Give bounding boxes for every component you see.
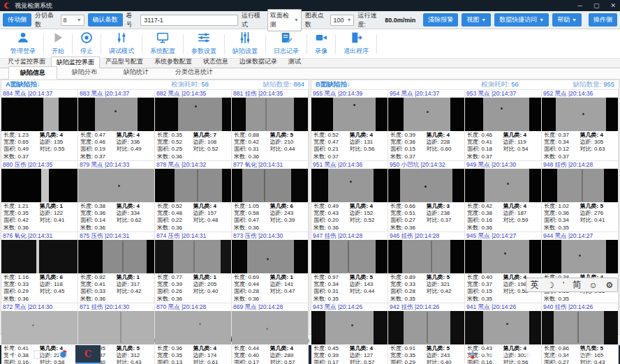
defect-cell[interactable]: 880 压伤 |20:14:35 长度: 1.21宽度: 0.35面积: 0.4… bbox=[1, 161, 78, 232]
defect-cell[interactable]: 943 黑点 |20:14:26 长度: 0.45宽度: 0.39面积: 0.1… bbox=[311, 303, 388, 364]
minimize-button[interactable]: ─ bbox=[578, 2, 582, 9]
defect-image[interactable] bbox=[155, 98, 231, 131]
weather-text[interactable]: 气温下降 bbox=[482, 350, 507, 359]
ime-item-5[interactable]: ⚙ bbox=[605, 280, 613, 290]
defect-cell[interactable]: 944 黑点 |20:14:27 长度: 0.38宽度: 0.35面积: 0.1… bbox=[542, 232, 619, 303]
defect-image[interactable] bbox=[465, 98, 541, 131]
browser-app-button[interactable] bbox=[50, 345, 75, 364]
defect-image[interactable] bbox=[388, 311, 464, 344]
defect-cell[interactable]: 874 压伤 |20:14:31 长度: 0.77宽度: 0.39面积: 0.2… bbox=[155, 232, 232, 303]
admin-login-button[interactable]: 管理登录 bbox=[4, 30, 42, 57]
defect-image[interactable] bbox=[465, 240, 541, 273]
drive-side-button[interactable]: 传动侧 bbox=[3, 13, 31, 26]
defect-image[interactable] bbox=[78, 98, 154, 131]
defect-image[interactable] bbox=[1, 169, 78, 202]
defect-cell[interactable]: 869 黑点 |20:14:28 长度: 0.44宽度: 0.40面积: 0.1… bbox=[232, 303, 309, 364]
run-mode-select[interactable]: 双面检测▼ bbox=[267, 9, 302, 31]
speaker-icon[interactable] bbox=[524, 351, 532, 358]
language-indicator[interactable]: 英 bbox=[538, 350, 545, 359]
ime-item-1[interactable]: ☽ bbox=[547, 280, 554, 290]
defect-cell[interactable]: 882 黑点 |20:14:35 长度: 0.35宽度: 0.52面积: 0.2… bbox=[155, 90, 232, 161]
defect-image[interactable] bbox=[1, 311, 78, 344]
defect-image[interactable] bbox=[311, 311, 388, 344]
defect-cell[interactable]: 949 黑点 |20:14:30 长度: 0.42宽度: 0.38面积: 0.1… bbox=[465, 161, 542, 232]
defect-image[interactable] bbox=[311, 169, 388, 202]
system-config-button[interactable]: 系统配置 bbox=[144, 30, 182, 57]
defect-cell[interactable]: 883 黑点 |20:14:37 长度: 0.47宽度: 0.46面积: 0.1… bbox=[78, 90, 155, 161]
stop-button[interactable]: 停止 bbox=[74, 30, 99, 57]
defect-image[interactable] bbox=[542, 98, 618, 131]
defect-cell[interactable]: 951 黑点 |20:14:36 长度: 0.49宽度: 0.43面积: 0.2… bbox=[311, 161, 388, 232]
defect-cell[interactable]: 952 黑点 |20:14:36 长度: 0.37宽度: 0.34面积: 0.1… bbox=[542, 90, 619, 161]
defect-image[interactable] bbox=[78, 240, 154, 273]
tray-expand-icon[interactable]: ∧ bbox=[513, 351, 518, 358]
defect-cell[interactable]: 950 小凹坑 |20:14:32 长度: 0.66宽度: 0.51面积: 0.… bbox=[388, 161, 465, 232]
confirm-count-button[interactable]: 确认条数 bbox=[88, 13, 123, 26]
defect-cell[interactable]: 875 压伤 |20:14:31 长度: 0.92宽度: 0.41面积: 0.3… bbox=[78, 232, 155, 303]
defect-image[interactable] bbox=[78, 169, 154, 202]
defect-image[interactable] bbox=[542, 240, 618, 273]
main-tab-5[interactable]: 边缘数据记录 bbox=[234, 56, 283, 68]
defect-cell[interactable]: 879 黑点 |20:14:33 长度: 0.38宽度: 0.36面积: 0.1… bbox=[78, 161, 155, 232]
defect-image[interactable] bbox=[388, 240, 464, 273]
quick-access-menu-button[interactable]: 数据快捷访问▼ bbox=[494, 13, 549, 26]
defect-image[interactable] bbox=[465, 169, 541, 202]
defect-image[interactable] bbox=[155, 169, 231, 202]
clock[interactable]: 20:14 2025/2/10 bbox=[566, 348, 593, 362]
defect-cell[interactable]: 954 黑点 |20:14:37 长度: 0.39宽度: 0.36面积: 0.1… bbox=[388, 90, 465, 161]
defect-cell[interactable]: 946 挂伤 |20:14:28 长度: 0.89宽度: 0.33面积: 0.2… bbox=[388, 232, 465, 303]
defect-cell[interactable]: 870 黑点 |20:14:28 长度: 0.36宽度: 0.35面积: 0.1… bbox=[155, 303, 232, 364]
defect-settings-button[interactable]: 缺陷设置 bbox=[226, 30, 264, 57]
defect-cell[interactable]: 945 黑点 |20:14:27 长度: 0.40宽度: 0.37面积: 0.1… bbox=[465, 232, 542, 303]
defect-image[interactable] bbox=[542, 311, 618, 344]
defect-image[interactable] bbox=[78, 311, 154, 344]
defect-image[interactable] bbox=[155, 311, 231, 344]
panel-title[interactable]: B面缺陷拍↓ bbox=[316, 80, 481, 89]
defect-cell[interactable]: 942 挂伤 |20:14:26 长度: 0.91宽度: 0.35面积: 0.2… bbox=[388, 303, 465, 364]
defect-image[interactable] bbox=[232, 311, 308, 344]
sub-tab-3[interactable]: 分类信息统计 bbox=[163, 66, 225, 79]
defect-cell[interactable]: 953 黑点 |20:14:37 长度: 0.46宽度: 0.41面积: 0.1… bbox=[465, 90, 542, 161]
slit-count-select[interactable]: 8▼ bbox=[61, 15, 84, 26]
notification-icon[interactable] bbox=[599, 351, 607, 359]
operate-side-button[interactable]: 操作侧 bbox=[589, 13, 617, 26]
defect-image[interactable] bbox=[232, 169, 308, 202]
defect-image[interactable] bbox=[311, 98, 388, 131]
vision-app-button[interactable]: C bbox=[75, 345, 101, 364]
defect-image[interactable] bbox=[1, 240, 78, 273]
start-button[interactable]: 开始 bbox=[45, 30, 71, 57]
defect-image[interactable] bbox=[232, 98, 308, 131]
panel-title[interactable]: A面缺陷拍↓ bbox=[6, 80, 171, 89]
close-button[interactable]: ✕ bbox=[610, 2, 616, 9]
defect-cell[interactable]: 878 黑点 |20:14:32 长度: 0.52宽度: 0.48面积: 0.2… bbox=[155, 161, 232, 232]
defect-image[interactable] bbox=[388, 169, 464, 202]
defect-cell[interactable]: 948 挂伤 |20:14:28 长度: 1.02宽度: 0.36面积: 0.3… bbox=[542, 161, 619, 232]
ime-item-0[interactable]: 英 bbox=[531, 279, 539, 291]
defect-cell[interactable]: 881 挂伤 |20:14:35 长度: 0.88宽度: 0.42面积: 0.3… bbox=[232, 90, 309, 161]
view-menu-button[interactable]: 视图▼ bbox=[462, 13, 491, 26]
param-settings-button[interactable]: 参数设置 bbox=[185, 30, 223, 57]
help-menu-button[interactable]: 帮助▼ bbox=[552, 13, 582, 26]
defect-cell[interactable]: 873 压伤 |20:14:30 长度: 0.69宽度: 0.44面积: 0.2… bbox=[232, 232, 309, 303]
defect-image[interactable] bbox=[311, 240, 388, 273]
sub-tab-2[interactable]: 缺陷统计 bbox=[112, 66, 161, 79]
sub-tab-0[interactable]: 缺陷信息 bbox=[8, 66, 57, 79]
defect-image[interactable] bbox=[542, 169, 618, 202]
exit-program-button[interactable]: 退出程序 bbox=[337, 30, 375, 57]
defect-image[interactable] bbox=[1, 98, 78, 131]
ime-item-2[interactable]: ’ bbox=[563, 280, 565, 290]
sub-tab-1[interactable]: 缺陷分布 bbox=[60, 66, 109, 79]
ime-item-3[interactable]: 简 bbox=[573, 279, 581, 291]
defect-cell[interactable]: 877 氧化 |20:14:31 长度: 1.05宽度: 0.58面积: 0.4… bbox=[232, 161, 309, 232]
debug-mode-button[interactable]: 调试模式 bbox=[103, 30, 140, 57]
roll-number-input[interactable]: 3117-1 bbox=[140, 15, 238, 26]
defect-cell[interactable]: 876 氧化 |20:14:31 长度: 1.16宽度: 0.33面积: 0.2… bbox=[1, 232, 78, 303]
defect-image[interactable] bbox=[388, 98, 464, 131]
record-video-button[interactable]: 录像 bbox=[309, 30, 334, 57]
chart-points-select[interactable]: 100▼ bbox=[330, 15, 354, 26]
log-record-button[interactable]: 日志记录 bbox=[267, 30, 305, 57]
task-view-button[interactable] bbox=[25, 345, 50, 364]
clear-alarm-button[interactable]: 清除报警 bbox=[423, 13, 458, 26]
defect-image[interactable] bbox=[465, 311, 541, 344]
defect-cell[interactable]: 947 挂伤 |20:14:28 长度: 0.97宽度: 0.34面积: 0.3… bbox=[311, 232, 388, 303]
